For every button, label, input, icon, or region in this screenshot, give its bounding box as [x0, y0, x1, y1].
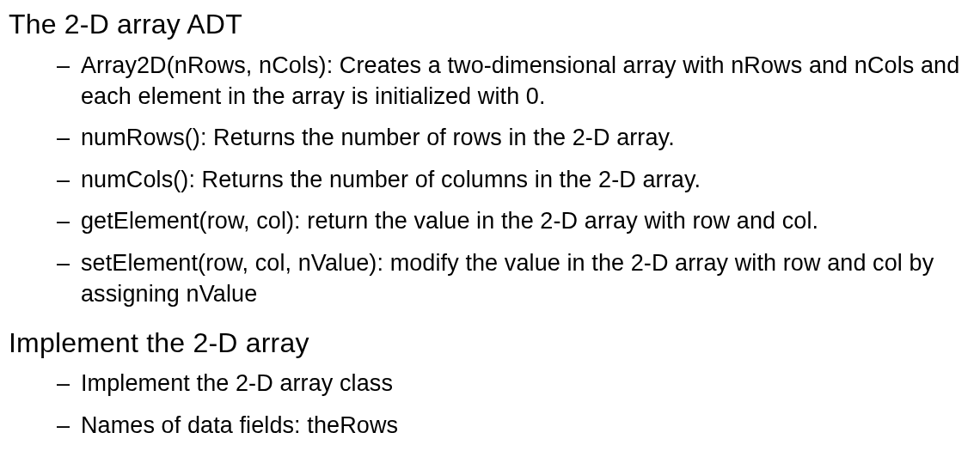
section-implement: Implement the 2-D array Implement the 2-… [9, 326, 971, 441]
section-adt: The 2-D array ADT Array2D(nRows, nCols):… [9, 7, 971, 310]
list-item: getElement(row, col): return the value i… [57, 205, 971, 236]
list-item: numCols(): Returns the number of columns… [57, 164, 971, 195]
list-item: Names of data fields: theRows [57, 410, 971, 441]
list-adt: Array2D(nRows, nCols): Creates a two-dim… [57, 50, 971, 310]
list-item: setElement(row, col, nValue): modify the… [57, 247, 971, 310]
list-item: numRows(): Returns the number of rows in… [57, 122, 971, 153]
list-implement: Implement the 2-D array class Names of d… [57, 368, 971, 441]
heading-implement: Implement the 2-D array [9, 326, 971, 362]
list-item: Array2D(nRows, nCols): Creates a two-dim… [57, 50, 971, 113]
heading-adt: The 2-D array ADT [9, 7, 971, 43]
list-item: Implement the 2-D array class [57, 368, 971, 399]
